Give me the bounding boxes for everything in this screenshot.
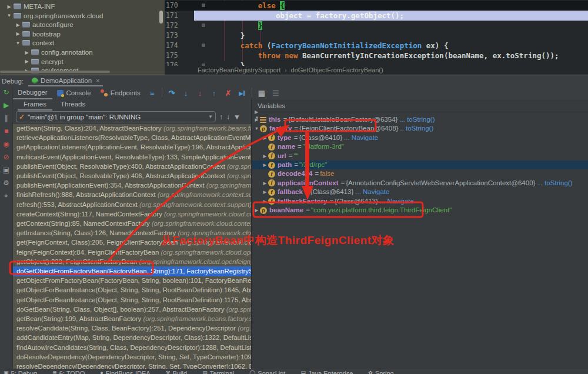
stack-frame-row[interactable]: get(FeignContext, Class):205, FeignClien… (13, 238, 251, 248)
project-horizontal-scrollbar[interactable] (0, 71, 110, 73)
chevron-expanded-icon[interactable]: ▼ (6, 13, 12, 18)
tree-item-org-springframework-cloud[interactable]: ▼org.springframework.cloud (0, 11, 103, 21)
thread-selector[interactable]: ✓ "main"@1 in group "main": RUNNING ▼ (16, 111, 216, 122)
view-breakpoints-icon[interactable]: ◉ (3, 138, 9, 151)
stack-frame-row[interactable]: getObjectForBeanInstance(Object, String,… (13, 295, 251, 305)
stack-frame-row[interactable]: getInstance(String, Class):126, NamedCon… (13, 228, 251, 238)
rerun-debug-icon[interactable]: ↻ (3, 86, 9, 99)
fold-marker-icon[interactable] (202, 44, 205, 47)
chevron-collapsed-icon[interactable]: ▶ (262, 179, 268, 188)
stack-frame-row[interactable]: retrieveApplicationListeners(ResolvableT… (13, 133, 251, 143)
settings-gear-icon[interactable]: ⚙ (3, 177, 9, 190)
stack-frame-row[interactable]: doGetBean(String, Class, Object[], boole… (13, 305, 251, 315)
tab-console[interactable]: Console (52, 86, 96, 99)
tree-item-context[interactable]: ▼context (0, 38, 54, 48)
splitter-down-icon[interactable]: ▼ (255, 115, 259, 121)
tree-item-bootstrap[interactable]: ▶bootstrap (0, 29, 61, 39)
project-vertical-scrollbar[interactable] (159, 11, 163, 24)
chevron-collapsed-icon[interactable]: ▶ (24, 59, 30, 64)
variable-row-name[interactable]: fname="platform-3rd" (252, 142, 588, 151)
chevron-collapsed-icon[interactable]: ▶ (262, 188, 268, 196)
pin-icon[interactable]: ⌖ (4, 190, 8, 203)
statusbar-item-6-todo[interactable]: ≣6: TODO (52, 370, 85, 374)
chevron-collapsed-icon[interactable]: ▶ (6, 4, 12, 9)
chevron-collapsed-icon[interactable]: ▶ (24, 50, 30, 55)
tab-threads[interactable]: Threads (55, 99, 91, 111)
statusbar-item-sonarlint[interactable]: ◯SonarLint (249, 370, 285, 374)
pause-icon[interactable]: ∥ (5, 112, 8, 125)
step-out-icon[interactable]: ↑ (207, 89, 221, 98)
close-icon[interactable]: × (96, 77, 99, 84)
variable-row-beanName[interactable]: ▶pbeanName="com.yezi.platform.third.feig… (252, 206, 588, 215)
mute-breakpoints-icon[interactable]: ⊘ (3, 151, 9, 164)
chevron-collapsed-icon[interactable]: ▶ (15, 31, 21, 36)
layout-settings-icon[interactable]: ☰ (269, 89, 283, 98)
variable-action-link[interactable]: ... Navigate (344, 133, 378, 142)
drop-frame-icon[interactable]: ✗ (221, 89, 235, 98)
statusbar-item-build[interactable]: ⚒Build (166, 370, 188, 374)
fold-marker-icon[interactable] (202, 4, 205, 7)
variable-row-type[interactable]: ▶ftype={Class@6410}... Navigate (252, 133, 588, 142)
variable-action-link[interactable]: ... Navigate (355, 188, 389, 196)
tab-frames[interactable]: Frames (18, 99, 52, 111)
splitter-arrows[interactable]: ▶▼ (255, 109, 259, 121)
stack-frame-row[interactable]: createContext(String):117, NamedContextF… (13, 209, 251, 219)
variable-row-fallbackFactory[interactable]: ▶ffallbackFactory={Class@6413}... Naviga… (252, 197, 588, 206)
chevron-collapsed-icon[interactable]: ▶ (262, 133, 268, 142)
chevron-collapsed-icon[interactable]: ▶ (262, 197, 268, 206)
stack-frame-row[interactable]: addCandidateEntry(Map, String, Dependenc… (13, 333, 251, 343)
frame-down-icon[interactable]: ↓ (226, 113, 230, 121)
run-to-cursor-icon[interactable]: ▸I (235, 89, 249, 98)
chevron-expanded-icon[interactable]: ▼ (253, 124, 260, 133)
step-over-icon[interactable]: ↷ (165, 89, 179, 98)
stack-frame-row[interactable]: resolveCandidate(String, Class, BeanFact… (13, 323, 251, 333)
stack-frame-row[interactable]: publishEvent(Object, ResolvableType):400… (13, 162, 251, 172)
splitter-right-icon[interactable]: ▶ (255, 109, 259, 115)
variable-row-this[interactable]: ▶this={DefaultListableBeanFactory@6354}.… (252, 115, 588, 124)
code-editor[interactable]: 170 else {171 object = factory.getObject… (165, 0, 588, 75)
step-into-icon[interactable]: ↓ (179, 89, 193, 98)
variable-action-link[interactable]: .. toString() (400, 124, 433, 133)
show-execution-point-icon[interactable]: ≡ (145, 89, 159, 98)
stack-frame-row[interactable]: getObjectForBeanInstance(Object, String,… (13, 285, 251, 295)
stack-frame-row[interactable]: publishEvent(ApplicationEvent):354, Abst… (13, 181, 251, 191)
tree-item-meta-inf[interactable]: ▶META-INF (0, 2, 55, 11)
stack-frame-row[interactable]: getObject():233, FeignClientFactoryBean … (13, 257, 251, 267)
variable-action-link[interactable]: ... toString() (537, 179, 572, 188)
stack-frame-row[interactable]: multicastEvent(ApplicationEvent, Resolva… (13, 152, 251, 162)
stack-frame-row[interactable]: getObjectFromFactoryBean(FactoryBean, St… (13, 276, 251, 286)
statusbar-item-terminal[interactable]: ▤Terminal (202, 370, 234, 374)
stack-frame-row[interactable]: finishRefresh():888, AbstractApplication… (13, 190, 251, 200)
stack-frame-row[interactable]: refresh():553, AbstractApplicationContex… (13, 200, 251, 210)
session-tab-demoapplication[interactable]: DemoApplication × (28, 76, 103, 86)
chevron-collapsed-icon[interactable]: ▶ (253, 206, 260, 215)
variable-action-link[interactable]: ... Navigate (380, 197, 414, 206)
stack-frame-row[interactable]: getBean(String, Class):204, AbstractBean… (13, 124, 251, 133)
breadcrumb[interactable]: FactoryBeanRegistrySupport›doGetObjectFr… (165, 66, 588, 75)
stack-frame-row[interactable]: publishEvent(Object, ResolvableType):406… (13, 171, 251, 181)
tab-debugger[interactable]: Debugger (13, 86, 52, 99)
statusbar-item-findbugs-idea[interactable]: ●FindBugs-IDEA (100, 370, 150, 374)
stack-frame-row[interactable]: doGetObjectFromFactoryBean(FactoryBean, … (13, 266, 251, 276)
stack-frame-row[interactable]: findAutowireCandidates(String, Class, De… (13, 343, 251, 353)
chevron-expanded-icon[interactable]: ▼ (15, 41, 21, 46)
tree-item-autoconfigure[interactable]: ▶autoconfigure (0, 20, 74, 29)
stack-frame-row[interactable]: doResolveDependency(DependencyDescriptor… (13, 352, 251, 362)
tree-item-config-annotation[interactable]: ▶config.annotation (0, 48, 93, 57)
variable-row-fallback[interactable]: ▶ffallback={Class@6413}... Navigate (252, 188, 588, 196)
statusbar-item-5-debug[interactable]: ▣5: Debug (4, 370, 37, 374)
statusbar-item-spring[interactable]: ✿Spring (368, 370, 393, 374)
chevron-collapsed-icon[interactable]: ▶ (262, 152, 268, 161)
statusbar-item-java-enterprise[interactable]: ⬓Java Enterprise (300, 370, 353, 374)
chevron-collapsed-icon[interactable]: ▶ (262, 161, 268, 169)
variable-action-link[interactable]: ... toString() (399, 115, 435, 124)
stack-frame-row[interactable]: feign(FeignContext):84, FeignClientFacto… (13, 248, 251, 258)
resume-icon[interactable]: ▶ (4, 99, 9, 112)
stack-frame-row[interactable]: getApplicationListeners(ApplicationEvent… (13, 142, 251, 152)
variable-row-decode404[interactable]: fdecode404=false (252, 169, 588, 178)
variable-row-factory[interactable]: ▼pfactory={FeignClientFactoryBean@6408}.… (252, 124, 588, 133)
breadcrumb-method[interactable]: doGetObjectFromFactoryBean() (291, 66, 383, 74)
tab-endpoints[interactable]: Endpoints (96, 86, 145, 99)
frame-up-icon[interactable]: ↑ (219, 113, 223, 121)
variable-row-path[interactable]: ▶fpath="/3rd/rpc" (252, 161, 588, 169)
